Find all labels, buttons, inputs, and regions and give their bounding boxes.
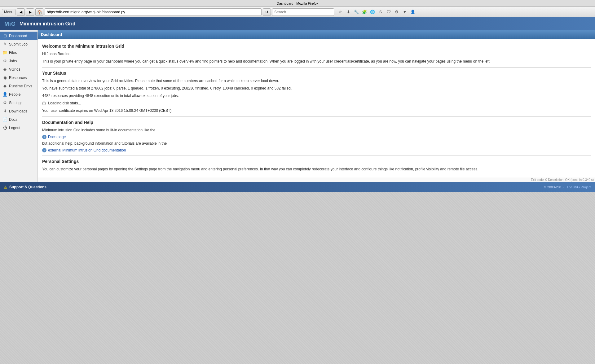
sidebar-item-dashboard[interactable]: ⊞ Dashboard bbox=[0, 32, 37, 40]
sidebar-item-logout[interactable]: ⏻ Logout bbox=[0, 124, 37, 132]
forward-button[interactable]: ▶ bbox=[26, 8, 34, 16]
download-icon[interactable]: ⬇ bbox=[345, 8, 352, 16]
footer-left: ⚠ Support & Questions bbox=[4, 185, 46, 190]
sidebar-label-people: People bbox=[9, 92, 20, 97]
sidebar-label-dashboard: Dashboard bbox=[9, 34, 27, 38]
sidebar-label-resources: Resources bbox=[9, 76, 27, 80]
home-button[interactable]: 🏠 bbox=[35, 8, 43, 16]
downloads-icon: ⬇ bbox=[2, 109, 7, 113]
divider-3 bbox=[42, 156, 591, 156]
sidebar-item-files[interactable]: 📁 Files bbox=[0, 48, 37, 57]
jobs-icon: ⚙ bbox=[2, 59, 7, 63]
app-logo: MiG bbox=[4, 21, 16, 27]
runtime-envs-icon: ◆ bbox=[2, 84, 7, 88]
support-label[interactable]: Support & Questions bbox=[9, 185, 46, 189]
toolbar-icons: ☆ ⬇ 🔧 🧩 🌐 S 🛡 ⚙ ▼ 👤 bbox=[337, 8, 416, 16]
logo-text: MiG bbox=[4, 21, 16, 27]
jobs-status-text: You have submitted a total of 278662 job… bbox=[42, 86, 591, 91]
docs-intro-text: Minimum intrusion Grid includes some bui… bbox=[42, 127, 591, 133]
resources-status-text: 4482 resources providing 4848 execution … bbox=[42, 93, 591, 99]
settings-nav-icon: ⚙ bbox=[2, 100, 7, 105]
sync-icon[interactable]: S bbox=[377, 8, 384, 16]
disk-loading-text: Loading disk stats... bbox=[42, 100, 591, 106]
sidebar-label-submit-job: Submit Job bbox=[9, 42, 28, 46]
docs-icon: 📄 bbox=[2, 117, 7, 122]
personal-text: You can customize your personal pages by… bbox=[42, 166, 591, 172]
submit-job-icon: ✎ bbox=[2, 42, 7, 46]
files-icon: 📁 bbox=[2, 50, 7, 55]
status-section-title: Your Status bbox=[42, 71, 591, 76]
content-header: Dashboard bbox=[38, 30, 595, 39]
menu-button[interactable]: Menu bbox=[2, 9, 15, 15]
divider-2 bbox=[42, 116, 591, 117]
personal-section-title: Personal Settings bbox=[42, 159, 591, 164]
vgrids-icon: ◈ bbox=[2, 67, 7, 72]
external-docs-link-icon: i bbox=[42, 148, 46, 152]
content-area: Dashboard Welcome to the Minimum intrusi… bbox=[38, 30, 595, 182]
loading-spinner bbox=[42, 102, 46, 105]
sidebar-item-runtime-envs[interactable]: ◆ Runtime Envs bbox=[0, 82, 37, 90]
sidebar-label-runtime-envs: Runtime Envs bbox=[9, 84, 32, 88]
intro-text: This is your private entry page or your … bbox=[42, 59, 591, 64]
footer-right: © 2003-2015, The MiG Project bbox=[544, 185, 591, 189]
logout-icon: ⏻ bbox=[2, 125, 7, 130]
resources-icon: ◉ bbox=[2, 75, 7, 80]
divider-1 bbox=[42, 67, 591, 68]
extra-icon[interactable]: ▼ bbox=[401, 8, 408, 16]
sidebar-label-files: Files bbox=[9, 50, 17, 55]
sidebar-item-settings[interactable]: ⚙ Settings bbox=[0, 99, 37, 107]
support-icon: ⚠ bbox=[4, 185, 7, 190]
people-icon: 👤 bbox=[2, 92, 7, 97]
sidebar-item-submit-job[interactable]: ✎ Submit Job bbox=[0, 40, 37, 48]
sidebar-label-settings: Settings bbox=[9, 101, 22, 105]
app-header: MiG Minimum intrusion Grid bbox=[0, 17, 595, 30]
app-title: Minimum intrusion Grid bbox=[20, 21, 75, 27]
adblock-icon[interactable]: 🛡 bbox=[385, 8, 392, 16]
search-input[interactable] bbox=[272, 8, 334, 16]
cert-expiry-text: Your user certificate expires on Wed Apr… bbox=[42, 108, 591, 113]
sidebar-item-people[interactable]: 👤 People bbox=[0, 90, 37, 99]
greeting-text: Hi Jonas Bardino bbox=[42, 51, 591, 57]
external-docs-link[interactable]: external Minimum intrusion Grid document… bbox=[48, 148, 126, 152]
back-button[interactable]: ◀ bbox=[17, 8, 25, 16]
sidebar-item-jobs[interactable]: ⚙ Jobs bbox=[0, 57, 37, 65]
sidebar-item-resources[interactable]: ◉ Resources bbox=[0, 73, 37, 82]
sidebar-item-docs[interactable]: 📄 Docs bbox=[0, 115, 37, 124]
url-bar[interactable] bbox=[45, 8, 262, 16]
tools-icon[interactable]: 🔧 bbox=[353, 8, 360, 16]
welcome-title: Welcome to the Minimum intrusion Grid bbox=[42, 44, 591, 49]
sidebar-label-logout: Logout bbox=[9, 126, 20, 130]
sidebar-label-docs: Docs bbox=[9, 117, 17, 122]
sidebar-label-downloads: Downloads bbox=[9, 109, 27, 113]
sidebar: ⊞ Dashboard ✎ Submit Job 📁 Files ⚙ Jobs … bbox=[0, 30, 38, 182]
docs-external-intro-text: but additional help, background informat… bbox=[42, 141, 591, 146]
docs-link-icon: i bbox=[42, 135, 46, 139]
dashboard-icon: ⊞ bbox=[2, 33, 7, 38]
status-note-text: This is a general status overview for yo… bbox=[42, 78, 591, 84]
copyright-text: © 2003-2015, bbox=[544, 185, 565, 189]
external-docs-link-row: i external Minimum intrusion Grid docume… bbox=[42, 148, 591, 152]
content-body: Welcome to the Minimum intrusion Grid Hi… bbox=[38, 39, 595, 178]
browser-titlebar: Dashboard - Mozilla Firefox bbox=[0, 0, 595, 7]
sidebar-label-jobs: Jobs bbox=[9, 59, 17, 63]
settings-icon[interactable]: ⚙ bbox=[393, 8, 400, 16]
bookmarks-icon[interactable]: ☆ bbox=[337, 8, 344, 16]
exit-code-note: Exit code: 0 Description: OK (done in 0.… bbox=[38, 178, 595, 182]
sidebar-item-vgrids[interactable]: ◈ VGrids bbox=[0, 65, 37, 73]
web-icon[interactable]: 🌐 bbox=[369, 8, 376, 16]
user-icon[interactable]: 👤 bbox=[409, 8, 416, 16]
below-fold-area bbox=[0, 192, 595, 364]
project-link[interactable]: The MiG Project bbox=[567, 185, 591, 189]
addon-icon[interactable]: 🧩 bbox=[361, 8, 368, 16]
main-container: ⊞ Dashboard ✎ Submit Job 📁 Files ⚙ Jobs … bbox=[0, 30, 595, 182]
sidebar-label-vgrids: VGrids bbox=[9, 67, 20, 72]
docs-page-link[interactable]: Docs page bbox=[48, 135, 66, 139]
browser-title: Dashboard - Mozilla Firefox bbox=[277, 2, 319, 5]
docs-section-title: Documentation and Help bbox=[42, 120, 591, 125]
browser-toolbar: Menu ◀ ▶ 🏠 ↺ ☆ ⬇ 🔧 🧩 🌐 S 🛡 ⚙ ▼ 👤 bbox=[0, 7, 595, 17]
sidebar-item-downloads[interactable]: ⬇ Downloads bbox=[0, 107, 37, 115]
footer: ⚠ Support & Questions © 2003-2015, The M… bbox=[0, 182, 595, 192]
reload-button[interactable]: ↺ bbox=[263, 8, 271, 16]
docs-link-row: i Docs page bbox=[42, 135, 591, 139]
